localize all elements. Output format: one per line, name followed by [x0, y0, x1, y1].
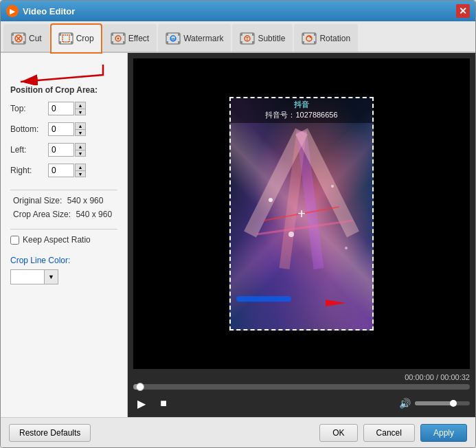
volume-control: 🔊	[399, 398, 470, 409]
right-label: Right:	[10, 166, 48, 175]
svg-rect-32	[252, 41, 254, 44]
svg-rect-10	[59, 41, 61, 44]
content-area: Position of Crop Area: Top: 0 ▲ ▼ Bottom…	[1, 53, 475, 417]
window-title: Video Editor	[23, 6, 456, 16]
svg-text:W: W	[171, 37, 176, 42]
cut-tab-icon	[11, 31, 26, 46]
svg-rect-12	[71, 41, 73, 44]
svg-rect-1	[12, 33, 14, 36]
tab-effect[interactable]: Effect	[103, 24, 157, 52]
top-label: Top:	[10, 104, 48, 113]
right-input[interactable]: 0	[48, 164, 74, 177]
svg-rect-25	[178, 41, 180, 44]
keep-aspect-checkbox[interactable]	[10, 236, 19, 245]
play-button[interactable]: ▶	[133, 395, 150, 412]
color-box[interactable]	[10, 269, 45, 284]
svg-rect-36	[302, 33, 304, 36]
bottom-bar: Restore Defaults OK Cancel Apply	[1, 417, 475, 447]
crop-area-value: 540 x 960	[76, 210, 112, 219]
svg-rect-16	[111, 41, 113, 44]
apply-button[interactable]: Apply	[420, 424, 467, 442]
volume-thumb[interactable]	[450, 400, 457, 407]
left-label: Left:	[10, 145, 48, 155]
tab-crop[interactable]: Crop	[51, 24, 102, 53]
svg-rect-3	[23, 33, 25, 36]
rotation-tab-icon	[302, 31, 317, 46]
svg-point-48	[331, 185, 334, 188]
svg-rect-11	[71, 33, 73, 36]
tab-watermark[interactable]: W Watermark	[158, 24, 231, 52]
top-decrement-button[interactable]: ▼	[75, 109, 86, 115]
close-button[interactable]: ✕	[456, 4, 470, 18]
crop-tab-label: Crop	[76, 34, 94, 43]
watermark-tab-label: Watermark	[183, 34, 223, 43]
svg-rect-4	[23, 41, 25, 44]
svg-text:T: T	[246, 36, 249, 41]
time-display: 00:00:00 / 00:00:32	[133, 373, 470, 381]
left-input[interactable]: 0	[48, 143, 74, 157]
svg-rect-22	[166, 33, 168, 36]
playback-controls: ▶ ■ 🔊	[133, 395, 470, 412]
video-container: 抖音 抖音号：1027886656	[133, 58, 470, 369]
crop-tab-icon	[58, 31, 73, 46]
right-increment-button[interactable]: ▲	[75, 164, 86, 170]
crop-line-color-label: Crop Line Color:	[10, 256, 117, 265]
crop-area-size-row: Crop Area Size: 540 x 960	[10, 210, 117, 219]
right-field-row: Right: 0 ▲ ▼	[10, 164, 117, 177]
top-input[interactable]: 0	[48, 102, 74, 115]
color-picker-row: ▼	[10, 269, 117, 284]
left-spinner: 0 ▲ ▼	[48, 143, 86, 157]
progress-thumb[interactable]	[136, 383, 144, 391]
keep-aspect-row: Keep Aspect Ratio	[10, 235, 117, 245]
svg-rect-29	[240, 33, 242, 36]
svg-rect-37	[302, 41, 304, 44]
right-spinner-buttons: ▲ ▼	[75, 164, 86, 177]
ok-button[interactable]: OK	[319, 424, 357, 442]
right-decrement-button[interactable]: ▼	[75, 170, 86, 177]
bottom-spinner: 0 ▲ ▼	[48, 122, 86, 136]
svg-rect-13	[63, 35, 69, 42]
svg-point-50	[345, 247, 348, 249]
current-time: 00:00:00	[405, 373, 434, 381]
svg-rect-39	[314, 41, 316, 44]
volume-icon: 🔊	[399, 398, 411, 409]
top-increment-button[interactable]: ▲	[75, 102, 86, 109]
top-spinner: 0 ▲ ▼	[48, 102, 86, 115]
bottom-input[interactable]: 0	[48, 122, 74, 136]
original-size-row: Original Size: 540 x 960	[10, 196, 117, 205]
svg-point-20	[117, 37, 119, 39]
divider-2	[10, 229, 117, 229]
left-increment-button[interactable]: ▲	[75, 143, 86, 150]
volume-fill	[415, 401, 453, 405]
bottom-increment-button[interactable]: ▲	[75, 122, 86, 129]
svg-line-52	[257, 221, 353, 234]
left-decrement-button[interactable]: ▼	[75, 150, 86, 157]
stop-button[interactable]: ■	[155, 395, 172, 412]
color-dropdown-button[interactable]: ▼	[45, 269, 58, 284]
original-size-value: 540 x 960	[67, 196, 104, 205]
tab-subtitle[interactable]: T Subtitle	[232, 24, 293, 52]
left-field-row: Left: 0 ▲ ▼	[10, 143, 117, 157]
title-bar: ▶ Video Editor ✕	[1, 1, 475, 21]
arrow-annotation	[7, 61, 117, 85]
subtitle-tab-label: Subtitle	[258, 34, 285, 43]
top-field-row: Top: 0 ▲ ▼	[10, 102, 117, 115]
bottom-field-row: Bottom: 0 ▲ ▼	[10, 122, 117, 136]
svg-point-49	[288, 232, 294, 237]
svg-point-47	[269, 198, 273, 202]
volume-slider[interactable]	[415, 401, 470, 405]
bottom-decrement-button[interactable]: ▼	[75, 129, 86, 136]
left-spinner-buttons: ▲ ▼	[75, 143, 86, 157]
restore-defaults-button[interactable]: Restore Defaults	[9, 424, 91, 442]
cancel-button[interactable]: Cancel	[363, 424, 415, 442]
progress-bar[interactable]	[133, 384, 470, 390]
subtitle-tab-icon: T	[240, 31, 255, 46]
time-separator: /	[434, 373, 440, 381]
top-spinner-buttons: ▲ ▼	[75, 102, 86, 115]
tab-rotation[interactable]: Rotation	[294, 24, 358, 52]
video-preview: 抖音 抖音号：1027886656	[133, 58, 470, 369]
tab-cut[interactable]: Cut	[3, 24, 49, 52]
svg-rect-9	[59, 33, 61, 36]
bottom-spinner-buttons: ▲ ▼	[75, 122, 86, 136]
svg-rect-18	[123, 41, 125, 44]
